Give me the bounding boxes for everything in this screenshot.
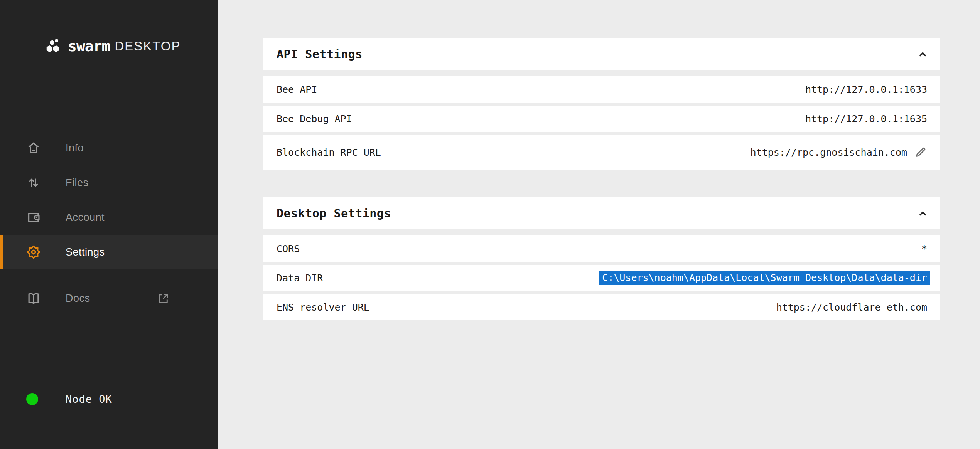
setting-row-bee-debug-api: Bee Debug API http://127.0.0.1:1635: [263, 106, 940, 132]
swarm-hexagons-logo: [45, 37, 62, 55]
gear-icon: [26, 245, 41, 259]
setting-label: Blockchain RPC URL: [277, 147, 381, 158]
sidebar-item-files[interactable]: Files: [0, 165, 218, 200]
sidebar-item-label: Docs: [66, 293, 90, 304]
home-icon: [26, 141, 41, 155]
setting-label: Bee API: [277, 84, 317, 95]
external-link-icon: [157, 292, 170, 305]
setting-label: CORS: [277, 243, 300, 254]
setting-label: ENS resolver URL: [277, 302, 369, 313]
sidebar-item-docs[interactable]: Docs: [0, 281, 218, 316]
sidebar-item-label: Files: [66, 177, 89, 189]
app-logo: swarm DESKTOP: [45, 37, 181, 55]
sidebar-item-label: Account: [66, 212, 105, 224]
brand-name: swarm: [68, 38, 110, 55]
pencil-icon[interactable]: [914, 146, 927, 159]
sidebar-item-label: Settings: [66, 246, 105, 258]
sidebar: swarm DESKTOP Info Files: [0, 0, 218, 449]
setting-value: https://rpc.gnosischain.com: [751, 147, 907, 158]
main-content: API Settings Bee API http://127.0.0.1:16…: [218, 0, 980, 449]
chevron-up-icon[interactable]: [916, 48, 929, 61]
sidebar-nav: Info Files Account Setting: [0, 131, 218, 269]
sidebar-item-label: Info: [66, 142, 84, 154]
setting-value: http://127.0.0.1:1633: [805, 84, 927, 95]
setting-row-blockchain-rpc-url: Blockchain RPC URL https://rpc.gnosischa…: [263, 135, 940, 170]
setting-value: https://cloudflare-eth.com: [776, 302, 927, 313]
setting-label: Bee Debug API: [277, 113, 352, 124]
api-settings-card: API Settings Bee API http://127.0.0.1:16…: [263, 38, 940, 173]
book-icon: [26, 291, 41, 306]
setting-row-data-dir: Data DIR C:\Users\noahm\AppData\Local\Sw…: [263, 265, 940, 291]
sidebar-item-info[interactable]: Info: [0, 131, 218, 165]
setting-row-cors: CORS *: [263, 235, 940, 262]
sidebar-divider: [22, 275, 196, 275]
sidebar-item-account[interactable]: Account: [0, 200, 218, 235]
green-status-dot: [26, 393, 38, 405]
chevron-up-icon[interactable]: [916, 207, 929, 220]
setting-value-selected[interactable]: C:\Users\noahm\AppData\Local\Swarm Deskt…: [599, 271, 930, 285]
section-title: Desktop Settings: [277, 207, 391, 220]
setting-label: Data DIR: [277, 272, 323, 284]
wallet-icon: [26, 210, 41, 225]
node-status-label: Node OK: [66, 393, 112, 405]
setting-value: *: [921, 243, 927, 254]
api-settings-header[interactable]: API Settings: [263, 38, 940, 70]
editable-value-group: https://rpc.gnosischain.com: [751, 146, 927, 159]
sidebar-item-settings[interactable]: Settings: [0, 235, 218, 269]
desktop-settings-header[interactable]: Desktop Settings: [263, 197, 940, 229]
setting-row-ens-resolver-url: ENS resolver URL https://cloudflare-eth.…: [263, 294, 940, 320]
transfer-arrows-icon: [26, 175, 41, 190]
setting-value: http://127.0.0.1:1635: [805, 113, 927, 124]
setting-row-bee-api: Bee API http://127.0.0.1:1633: [263, 76, 940, 103]
product-name: DESKTOP: [115, 39, 180, 54]
node-status: Node OK: [26, 393, 112, 405]
section-title: API Settings: [277, 47, 363, 61]
desktop-settings-card: Desktop Settings CORS * Data DIR C:\User…: [263, 197, 940, 323]
